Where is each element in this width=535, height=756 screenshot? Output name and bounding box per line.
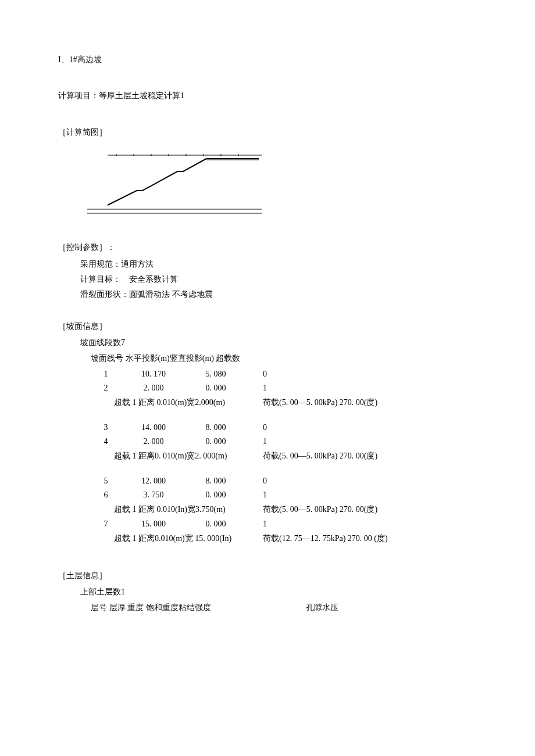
- col-no: 5: [91, 474, 121, 488]
- col-no: 6: [91, 488, 121, 502]
- table-row-overload: 超载 1 距离0.010(m)宽 15. 000(In) 荷载(12. 75—1…: [91, 531, 418, 546]
- col-ov: 1: [245, 488, 418, 502]
- table-row-overload: 超载 1 距离 0.010(In)宽3.750(m) 荷载(5. 00—5. 0…: [91, 502, 418, 517]
- col-vp: 8. 000: [186, 474, 245, 488]
- col-no: 7: [91, 517, 121, 531]
- overload-left: 超载 1 距离0. 010(m)宽2. 000(m): [91, 449, 245, 464]
- table-row: 2 2. 000 0. 000 1: [91, 381, 418, 395]
- col-ov: 0: [245, 367, 418, 381]
- soil-header-right: 孔隙水压: [306, 601, 338, 614]
- table-row-overload: 超载 1 距离0. 010(m)宽2. 000(m) 荷载(5. 00—5. 0…: [91, 449, 418, 464]
- col-hp: 10. 170: [121, 367, 186, 381]
- control-target: 计算目标： 安全系数计算: [58, 273, 477, 286]
- slope-table-header: 坡面线号 水平投影(m)竖直投影(m) 超载数: [58, 352, 477, 365]
- table-row: 3 14. 000 8. 000 0: [91, 421, 418, 435]
- soil-header: 层号 层厚 重度 饱和重度粘结强度 孔隙水压: [91, 601, 477, 614]
- table-row-overload: 超载 1 距离 0.010(m)宽2.000(m) 荷载(5. 00—5. 00…: [91, 395, 418, 410]
- soil-count: 上部土层数1: [58, 586, 477, 599]
- col-ov: 0: [245, 421, 418, 435]
- col-hp: 2. 000: [121, 435, 186, 449]
- col-vp: 0. 000: [186, 381, 245, 395]
- col-ov: 1: [245, 517, 418, 531]
- table-row: 7 15. 000 0. 000 1: [91, 517, 418, 531]
- col-no: 1: [91, 367, 121, 381]
- col-hp: 2. 000: [121, 381, 186, 395]
- overload-left: 超载 1 距离0.010(m)宽 15. 000(In): [91, 531, 245, 546]
- overload-right: 荷载(5. 00—5. 00kPa) 270. 00(度): [245, 449, 418, 464]
- section-diagram-heading: ［计算简图］: [58, 126, 477, 139]
- table-row: 4 2. 000 0. 000 1: [91, 435, 418, 449]
- doc-title: I、1#高边坡: [58, 53, 477, 66]
- section-slope-heading: ［坡面信息］: [58, 320, 477, 333]
- calc-project: 计算项目：等厚土层土坡稳定计算1: [58, 89, 477, 102]
- col-hp: 3. 750: [121, 488, 186, 502]
- overload-left: 超载 1 距离 0.010(In)宽3.750(m): [91, 502, 245, 517]
- col-hp: 15. 000: [121, 517, 186, 531]
- control-shape: 滑裂面形状：圆弧滑动法 不考虑地震: [58, 288, 477, 301]
- col-vp: 5. 080: [186, 367, 245, 381]
- soil-header-left: 层号 层厚 重度 饱和重度粘结强度: [91, 601, 211, 614]
- col-vp: 0. 000: [186, 435, 245, 449]
- col-ov: 1: [245, 381, 418, 395]
- col-vp: 0. 000: [186, 488, 245, 502]
- col-vp: 0. 000: [186, 517, 245, 531]
- table-row: 6 3. 750 0. 000 1: [91, 488, 418, 502]
- col-hp: 14. 000: [121, 421, 186, 435]
- col-hp: 12. 000: [121, 474, 186, 488]
- slope-diagram: [87, 148, 279, 218]
- overload-right: 荷载(5. 00—5. 00kPa) 270. 00(度): [245, 502, 418, 517]
- col-ov: 1: [245, 435, 418, 449]
- table-row: 5 12. 000 8. 000 0: [91, 474, 418, 488]
- table-row: 1 10. 170 5. 080 0: [91, 367, 418, 381]
- col-no: 4: [91, 435, 121, 449]
- slope-diagram-svg: [87, 148, 279, 218]
- control-spec: 采用规范：通用方法: [58, 258, 477, 271]
- overload-left: 超载 1 距离 0.010(m)宽2.000(m): [91, 395, 245, 410]
- col-no: 2: [91, 381, 121, 395]
- col-vp: 8. 000: [186, 421, 245, 435]
- slope-count: 坡面线段数7: [58, 336, 477, 349]
- section-control-heading: ［控制参数］：: [58, 241, 477, 254]
- slope-table: 1 10. 170 5. 080 0 2 2. 000 0. 000 1 超载 …: [91, 367, 418, 546]
- col-no: 3: [91, 421, 121, 435]
- overload-right: 荷载(12. 75—12. 75kPa) 270. 00 (度): [245, 531, 418, 546]
- document-page: I、1#高边坡 计算项目：等厚土层土坡稳定计算1 ［计算简图］: [0, 0, 535, 663]
- col-ov: 0: [245, 474, 418, 488]
- overload-right: 荷载(5. 00—5. 00kPa) 270. 00(度): [245, 395, 418, 410]
- section-soil-heading: ［土层信息］: [58, 569, 477, 582]
